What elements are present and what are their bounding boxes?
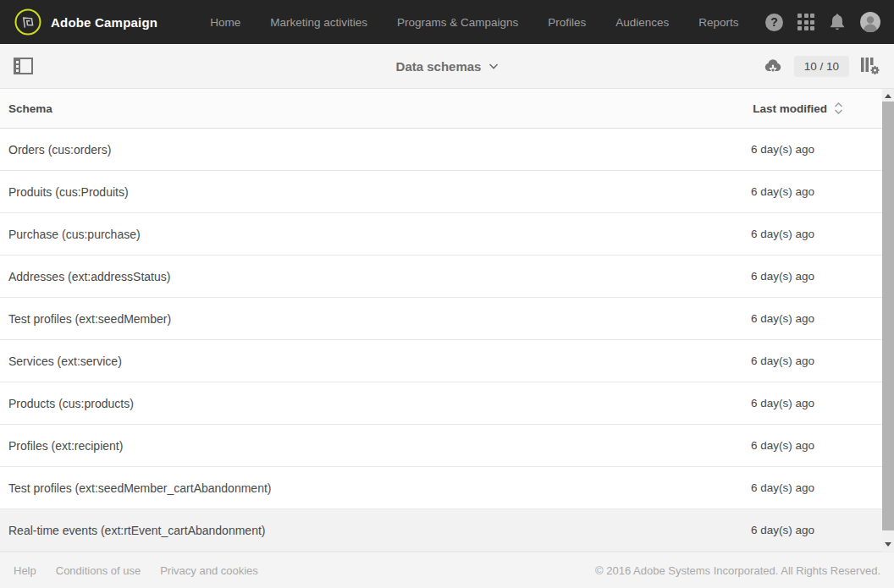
table-row[interactable]: Products (cus:products)6 day(s) ago bbox=[0, 382, 882, 425]
table-row[interactable]: Profiles (ext:recipient)6 day(s) ago bbox=[0, 425, 882, 467]
apps-grid-icon[interactable] bbox=[797, 14, 814, 30]
toolbar: Data schemas 10 / 10 bbox=[0, 44, 894, 89]
table-row[interactable]: Test profiles (ext:seedMember_cartAbando… bbox=[0, 467, 882, 509]
cloud-download-icon[interactable] bbox=[763, 58, 783, 75]
table-body: Orders (cus:orders)6 day(s) agoProduits … bbox=[0, 129, 882, 552]
schema-table: Schema Last modified Orders (cus:orders)… bbox=[0, 89, 882, 552]
nav-item-programs-campaigns[interactable]: Programs & Campaigns bbox=[397, 16, 518, 29]
last-modified-value: 6 day(s) ago bbox=[679, 439, 882, 452]
last-modified-value: 6 day(s) ago bbox=[679, 312, 882, 325]
scrollbar-up-arrow-icon[interactable] bbox=[885, 94, 891, 98]
column-header-last-modified[interactable]: Last modified bbox=[753, 102, 882, 115]
sort-icon bbox=[833, 102, 844, 115]
brand-name: Adobe Campaign bbox=[51, 15, 157, 30]
schema-name: Services (ext:service) bbox=[0, 354, 679, 368]
scrollbar-down-arrow-icon[interactable] bbox=[885, 542, 891, 547]
last-modified-value: 6 day(s) ago bbox=[679, 354, 882, 367]
list-settings-icon[interactable] bbox=[860, 57, 880, 75]
vertical-scrollbar bbox=[882, 89, 894, 552]
nav-item-marketing-activities[interactable]: Marketing activities bbox=[270, 16, 367, 29]
table-row[interactable]: Orders (cus:orders)6 day(s) ago bbox=[0, 129, 882, 171]
nav-item-reports[interactable]: Reports bbox=[698, 16, 738, 29]
schema-name: Addresses (ext:addressStatus) bbox=[0, 270, 679, 283]
record-count-badge: 10 / 10 bbox=[794, 56, 849, 77]
schema-name: Test profiles (ext:seedMember_cartAbando… bbox=[0, 481, 679, 495]
table-header-row: Schema Last modified bbox=[0, 89, 882, 129]
nav-item-home[interactable]: Home bbox=[210, 16, 240, 29]
brand: Adobe Campaign bbox=[14, 8, 210, 36]
schema-name: Products (cus:products) bbox=[0, 397, 679, 410]
footer-links: HelpConditions of usePrivacy and cookies bbox=[14, 564, 258, 577]
copyright-text: © 2016 Adobe Systems Incorporated. All R… bbox=[595, 564, 880, 577]
schema-name: Profiles (ext:recipient) bbox=[0, 439, 679, 453]
table-row[interactable]: Addresses (ext:addressStatus)6 day(s) ag… bbox=[0, 256, 882, 298]
schema-name: Produits (cus:Produits) bbox=[0, 185, 679, 199]
footer: HelpConditions of usePrivacy and cookies… bbox=[0, 552, 894, 588]
last-modified-value: 6 day(s) ago bbox=[679, 481, 882, 494]
footer-link-privacy-and-cookies[interactable]: Privacy and cookies bbox=[160, 564, 258, 577]
adobe-campaign-logo-icon[interactable] bbox=[14, 8, 42, 36]
chevron-down-icon bbox=[488, 63, 498, 69]
user-avatar[interactable] bbox=[860, 12, 880, 32]
last-modified-value: 6 day(s) ago bbox=[679, 397, 882, 409]
nav-item-audiences[interactable]: Audiences bbox=[615, 16, 669, 29]
schema-name: Real-time events (ext:rtEvent_cartAbando… bbox=[0, 524, 679, 537]
last-modified-value: 6 day(s) ago bbox=[679, 143, 882, 156]
scrollbar-thumb[interactable] bbox=[882, 102, 894, 530]
schema-name: Test profiles (ext:seedMember) bbox=[0, 312, 679, 326]
table-row[interactable]: Test profiles (ext:seedMember)6 day(s) a… bbox=[0, 298, 882, 340]
help-icon[interactable]: ? bbox=[765, 14, 783, 31]
schema-list-area: Schema Last modified Orders (cus:orders)… bbox=[0, 89, 894, 552]
primary-nav: HomeMarketing activitiesPrograms & Campa… bbox=[210, 16, 738, 29]
toolbar-actions: 10 / 10 bbox=[763, 56, 880, 77]
nav-item-profiles[interactable]: Profiles bbox=[548, 16, 586, 29]
last-modified-value: 6 day(s) ago bbox=[679, 270, 882, 283]
last-modified-value: 6 day(s) ago bbox=[679, 228, 882, 240]
footer-link-help[interactable]: Help bbox=[14, 564, 36, 577]
page-title: Data schemas bbox=[396, 59, 482, 74]
top-navbar: Adobe Campaign HomeMarketing activitiesP… bbox=[0, 0, 894, 44]
notifications-bell-icon[interactable] bbox=[829, 13, 846, 31]
schema-name: Orders (cus:orders) bbox=[0, 143, 679, 157]
last-modified-value: 6 day(s) ago bbox=[679, 524, 882, 536]
column-header-last-modified-label: Last modified bbox=[753, 102, 827, 115]
table-row[interactable]: Produits (cus:Produits)6 day(s) ago bbox=[0, 171, 882, 213]
column-header-schema[interactable]: Schema bbox=[0, 102, 753, 115]
schema-name: Purchase (cus:purchase) bbox=[0, 228, 679, 241]
table-row[interactable]: Services (ext:service)6 day(s) ago bbox=[0, 340, 882, 382]
table-row[interactable]: Real-time events (ext:rtEvent_cartAbando… bbox=[0, 509, 882, 552]
explorer-panel-toggle-icon[interactable] bbox=[14, 58, 33, 74]
table-row[interactable]: Purchase (cus:purchase)6 day(s) ago bbox=[0, 213, 882, 256]
navbar-actions: ? bbox=[765, 12, 880, 32]
footer-link-conditions-of-use[interactable]: Conditions of use bbox=[56, 564, 141, 577]
last-modified-value: 6 day(s) ago bbox=[679, 185, 882, 198]
view-selector[interactable]: Data schemas bbox=[396, 59, 499, 74]
